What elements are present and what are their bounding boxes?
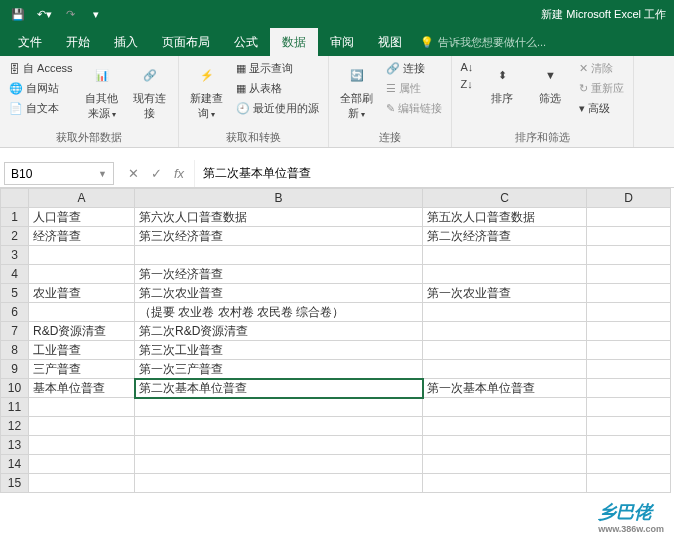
cell-C7[interactable] xyxy=(423,322,587,341)
new-query-button[interactable]: ⚡新建查询 xyxy=(185,59,229,123)
connections-button[interactable]: 🔗连接 xyxy=(383,59,445,78)
col-header-A[interactable]: A xyxy=(29,189,135,208)
cell-D7[interactable] xyxy=(587,322,671,341)
cell-D5[interactable] xyxy=(587,284,671,303)
sort-desc-button[interactable]: Z↓ xyxy=(458,76,477,92)
cell-A8[interactable]: 工业普查 xyxy=(29,341,135,360)
tab-formulas[interactable]: 公式 xyxy=(222,28,270,56)
cell-C1[interactable]: 第五次人口普查数据 xyxy=(423,208,587,227)
cell-C6[interactable] xyxy=(423,303,587,322)
reapply-button[interactable]: ↻重新应 xyxy=(576,79,627,98)
cell-D10[interactable] xyxy=(587,379,671,398)
row-header-7[interactable]: 7 xyxy=(1,322,29,341)
cell-D11[interactable] xyxy=(587,398,671,417)
row-header-2[interactable]: 2 xyxy=(1,227,29,246)
row-header-13[interactable]: 13 xyxy=(1,436,29,455)
row-header-9[interactable]: 9 xyxy=(1,360,29,379)
cell-D1[interactable] xyxy=(587,208,671,227)
cell-C13[interactable] xyxy=(423,436,587,455)
from-text-button[interactable]: 📄自文本 xyxy=(6,99,76,118)
cell-C11[interactable] xyxy=(423,398,587,417)
tab-view[interactable]: 视图 xyxy=(366,28,414,56)
tab-review[interactable]: 审阅 xyxy=(318,28,366,56)
advanced-filter-button[interactable]: ▾高级 xyxy=(576,99,627,118)
cell-A15[interactable] xyxy=(29,474,135,493)
show-queries-button[interactable]: ▦显示查询 xyxy=(233,59,322,78)
cell-B2[interactable]: 第三次经济普查 xyxy=(135,227,423,246)
cell-B11[interactable] xyxy=(135,398,423,417)
cell-D14[interactable] xyxy=(587,455,671,474)
cell-A2[interactable]: 经济普查 xyxy=(29,227,135,246)
fx-icon[interactable]: fx xyxy=(174,166,184,181)
cell-A10[interactable]: 基本单位普查 xyxy=(29,379,135,398)
from-other-button[interactable]: 📊自其他来源 xyxy=(80,59,124,123)
row-header-4[interactable]: 4 xyxy=(1,265,29,284)
row-header-5[interactable]: 5 xyxy=(1,284,29,303)
cell-A11[interactable] xyxy=(29,398,135,417)
undo-icon[interactable]: ↶▾ xyxy=(34,4,54,24)
cell-C5[interactable]: 第一次农业普查 xyxy=(423,284,587,303)
cell-B7[interactable]: 第二次R&D资源清查 xyxy=(135,322,423,341)
cell-D13[interactable] xyxy=(587,436,671,455)
from-table-button[interactable]: ▦从表格 xyxy=(233,79,322,98)
cell-B4[interactable]: 第一次经济普查 xyxy=(135,265,423,284)
tab-file[interactable]: 文件 xyxy=(6,28,54,56)
tab-insert[interactable]: 插入 xyxy=(102,28,150,56)
clear-filter-button[interactable]: ✕清除 xyxy=(576,59,627,78)
recent-sources-button[interactable]: 🕘最近使用的源 xyxy=(233,99,322,118)
row-header-3[interactable]: 3 xyxy=(1,246,29,265)
sort-asc-button[interactable]: A↓ xyxy=(458,59,477,75)
cell-C14[interactable] xyxy=(423,455,587,474)
col-header-C[interactable]: C xyxy=(423,189,587,208)
cell-B8[interactable]: 第三次工业普查 xyxy=(135,341,423,360)
tell-me[interactable]: 💡 告诉我您想要做什么... xyxy=(420,28,546,56)
redo-icon[interactable]: ↷ xyxy=(60,4,80,24)
row-header-8[interactable]: 8 xyxy=(1,341,29,360)
row-header-6[interactable]: 6 xyxy=(1,303,29,322)
cell-A7[interactable]: R&D资源清查 xyxy=(29,322,135,341)
cell-B10[interactable]: 第二次基本单位普查 xyxy=(135,379,423,398)
from-access-button[interactable]: 🗄自 Access xyxy=(6,59,76,78)
tab-data[interactable]: 数据 xyxy=(270,28,318,56)
cell-A9[interactable]: 三产普查 xyxy=(29,360,135,379)
cell-A4[interactable] xyxy=(29,265,135,284)
cell-D9[interactable] xyxy=(587,360,671,379)
cell-B3[interactable] xyxy=(135,246,423,265)
cell-C4[interactable] xyxy=(423,265,587,284)
cell-C3[interactable] xyxy=(423,246,587,265)
filter-button[interactable]: ▼筛选 xyxy=(528,59,572,108)
existing-conn-button[interactable]: 🔗现有连接 xyxy=(128,59,172,123)
cell-A13[interactable] xyxy=(29,436,135,455)
cell-A3[interactable] xyxy=(29,246,135,265)
cell-A6[interactable] xyxy=(29,303,135,322)
cell-C10[interactable]: 第一次基本单位普查 xyxy=(423,379,587,398)
cell-B15[interactable] xyxy=(135,474,423,493)
row-header-11[interactable]: 11 xyxy=(1,398,29,417)
row-header-14[interactable]: 14 xyxy=(1,455,29,474)
tab-home[interactable]: 开始 xyxy=(54,28,102,56)
enter-icon[interactable]: ✓ xyxy=(151,166,162,181)
name-box[interactable]: B10 ▼ xyxy=(4,162,114,185)
cell-B1[interactable]: 第六次人口普查数据 xyxy=(135,208,423,227)
col-header-B[interactable]: B xyxy=(135,189,423,208)
col-header-D[interactable]: D xyxy=(587,189,671,208)
sort-button[interactable]: ⬍排序 xyxy=(480,59,524,108)
cell-D6[interactable] xyxy=(587,303,671,322)
cell-B13[interactable] xyxy=(135,436,423,455)
chevron-down-icon[interactable]: ▼ xyxy=(98,169,107,179)
row-header-1[interactable]: 1 xyxy=(1,208,29,227)
cell-D2[interactable] xyxy=(587,227,671,246)
cell-C12[interactable] xyxy=(423,417,587,436)
cell-D4[interactable] xyxy=(587,265,671,284)
edit-links-button[interactable]: ✎编辑链接 xyxy=(383,99,445,118)
cancel-icon[interactable]: ✕ xyxy=(128,166,139,181)
cell-B12[interactable] xyxy=(135,417,423,436)
tab-page-layout[interactable]: 页面布局 xyxy=(150,28,222,56)
cell-C8[interactable] xyxy=(423,341,587,360)
cell-B5[interactable]: 第二次农业普查 xyxy=(135,284,423,303)
save-icon[interactable]: 💾 xyxy=(8,4,28,24)
row-header-12[interactable]: 12 xyxy=(1,417,29,436)
refresh-all-button[interactable]: 🔄全部刷新 xyxy=(335,59,379,123)
from-web-button[interactable]: 🌐自网站 xyxy=(6,79,76,98)
cell-A12[interactable] xyxy=(29,417,135,436)
